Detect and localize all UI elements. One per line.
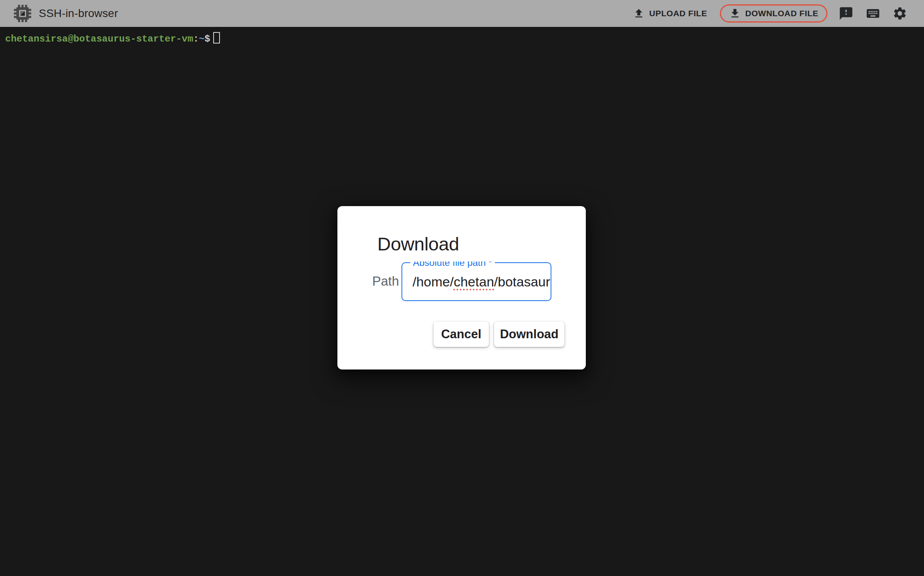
path-misspelled-segment: chetan <box>454 274 494 290</box>
prompt-user-host: chetansirsa@botasaurus-starter-vm <box>5 34 193 44</box>
settings-button[interactable] <box>892 5 908 22</box>
feedback-icon <box>839 6 854 21</box>
download-icon <box>729 8 741 19</box>
keyboard-button[interactable] <box>865 5 881 22</box>
prompt-cwd: ~ <box>199 34 204 44</box>
app-brand: SSH-in-browser <box>13 4 118 23</box>
feedback-button[interactable] <box>838 5 854 22</box>
file-path-floating-label: Absolute file path * <box>410 257 495 269</box>
prompt-separator: : <box>193 34 199 44</box>
keyboard-icon <box>865 6 880 21</box>
terminal-prompt: chetansirsa@botasaurus-starter-vm:~$ <box>5 32 220 44</box>
download-file-label: DOWNLOAD FILE <box>745 9 818 18</box>
file-path-input[interactable]: Absolute file path * /home/chetan/botasa… <box>401 262 551 301</box>
upload-file-button[interactable]: UPLOAD FILE <box>631 4 710 23</box>
download-button[interactable]: Download <box>494 322 564 347</box>
cancel-button[interactable]: Cancel <box>434 322 489 347</box>
topbar-actions: UPLOAD FILE DOWNLOAD FILE <box>631 4 908 23</box>
dialog-title: Download <box>377 233 459 255</box>
path-row-label: Path <box>372 273 399 289</box>
path-suffix: /botasauru <box>494 274 551 290</box>
prompt-symbol: $ <box>204 34 210 44</box>
terminal-cursor <box>213 32 220 44</box>
vm-chip-icon <box>13 4 32 23</box>
download-dialog: Download Path Absolute file path * /home… <box>337 206 586 369</box>
gear-icon <box>892 6 907 21</box>
file-path-value: /home/chetan/botasauru <box>402 263 551 300</box>
download-file-button[interactable]: DOWNLOAD FILE <box>720 4 827 23</box>
top-bar: SSH-in-browser UPLOAD FILE DOWNLOAD FILE <box>0 0 924 27</box>
upload-icon <box>633 8 645 19</box>
upload-file-label: UPLOAD FILE <box>649 9 707 18</box>
path-prefix: /home/ <box>413 274 454 290</box>
page-title: SSH-in-browser <box>39 7 118 20</box>
